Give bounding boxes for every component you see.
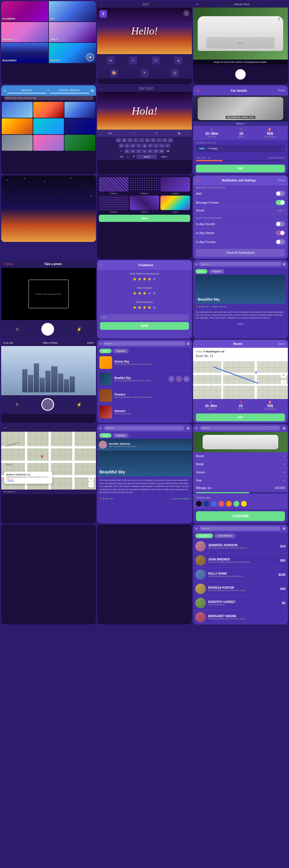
- done-button[interactable]: Done: [278, 179, 285, 182]
- back-icon[interactable]: ←: [100, 3, 103, 6]
- rotate-icon[interactable]: ↻: [152, 56, 160, 64]
- color-icon[interactable]: 🎨: [110, 69, 118, 77]
- save-button[interactable]: Save: [99, 215, 190, 222]
- key-l[interactable]: l: [165, 144, 170, 148]
- menu-icon[interactable]: ≡: [195, 262, 197, 266]
- tab-favorites[interactable]: FAVORITES: [214, 533, 236, 538]
- year-select[interactable]: Year ∨: [193, 476, 288, 485]
- in-app-vibrate-toggle[interactable]: [276, 230, 285, 236]
- filter-icon[interactable]: ⊞: [283, 527, 286, 531]
- key-i[interactable]: i: [156, 138, 161, 142]
- color-green[interactable]: [233, 501, 239, 507]
- in-app-preview-toggle[interactable]: [276, 239, 285, 245]
- key-d[interactable]: d: [130, 144, 136, 148]
- pattern-item-1[interactable]: Patterns: [99, 177, 129, 194]
- alert-toggle[interactable]: [276, 191, 285, 196]
- key-s[interactable]: s: [124, 144, 130, 148]
- chevron-right-icon[interactable]: ›: [282, 147, 283, 150]
- star-5[interactable]: ★: [152, 305, 156, 310]
- photo-cell-flowers[interactable]: FLOWERS: [1, 1, 48, 22]
- tab-popular[interactable]: Popular: [209, 269, 224, 274]
- done-button[interactable]: Done: [278, 342, 285, 345]
- more-button[interactable]: More: [193, 321, 288, 327]
- pattern-item-4[interactable]: Patterns: [99, 195, 129, 213]
- message-preview-toggle[interactable]: [276, 200, 285, 205]
- star-1[interactable]: ★: [133, 305, 137, 310]
- color-yellow[interactable]: [241, 501, 247, 507]
- key-return[interactable]: return: [157, 155, 171, 159]
- color-orange[interactable]: [226, 501, 232, 507]
- key-c[interactable]: c: [136, 149, 141, 153]
- sticker-icon[interactable]: ◈: [174, 56, 182, 64]
- key-j[interactable]: j: [153, 144, 159, 148]
- zoom-in-button[interactable]: +: [88, 476, 94, 482]
- send-button[interactable]: SEND: [100, 322, 189, 330]
- key-e[interactable]: e: [128, 138, 133, 142]
- pattern-item-5[interactable]: Patterns: [130, 195, 159, 213]
- key-w[interactable]: w: [122, 138, 127, 142]
- star-1[interactable]: ★: [133, 290, 137, 296]
- star-2[interactable]: ★: [138, 305, 142, 310]
- add-photo-button[interactable]: +: [86, 53, 94, 61]
- star-5[interactable]: ★: [152, 276, 156, 282]
- star-3[interactable]: ★: [142, 290, 147, 296]
- key-numbers[interactable]: 123: [118, 155, 124, 159]
- filter-icon[interactable]: ⊕: [107, 56, 115, 64]
- color-black[interactable]: [196, 501, 202, 507]
- filter-icon[interactable]: ⊞: [187, 342, 190, 346]
- feedback-note[interactable]: Note: [100, 314, 189, 320]
- photo-cell-girls[interactable]: GIRLS: [49, 22, 96, 42]
- menu-icon[interactable]: ≡: [3, 89, 5, 93]
- key-x[interactable]: x: [130, 149, 136, 153]
- key-f[interactable]: f: [136, 144, 141, 148]
- star-1[interactable]: ★: [133, 276, 137, 282]
- lib-photo-3[interactable]: [65, 102, 95, 118]
- lib-photo-9[interactable]: [65, 135, 95, 151]
- rotate-camera-icon[interactable]: ↻: [15, 327, 19, 332]
- news-search[interactable]: Search...: [198, 262, 282, 266]
- close-button[interactable]: ×: [183, 10, 190, 17]
- cancel-button[interactable]: Cancel: [4, 262, 13, 266]
- city-shutter-button[interactable]: [41, 398, 54, 411]
- key-g[interactable]: g: [142, 144, 147, 148]
- key-h[interactable]: h: [148, 144, 153, 148]
- mileage-slider[interactable]: [196, 492, 285, 493]
- map-popup[interactable]: MARK'S SERVICE CO. 5645 Kandenpulah Ave.…: [4, 472, 52, 484]
- lib-photo-6[interactable]: [65, 118, 95, 134]
- color-darkblue[interactable]: [204, 501, 209, 507]
- capture-button[interactable]: [235, 69, 246, 80]
- heart-icon[interactable]: ♡: [131, 131, 136, 136]
- align-icon[interactable]: ≡: [155, 131, 159, 136]
- grid-icon[interactable]: ⊞: [171, 69, 179, 77]
- text-tool-icon[interactable]: T: [99, 10, 107, 18]
- close-icon[interactable]: ✕: [196, 178, 200, 183]
- menu-icon[interactable]: ≡: [195, 426, 197, 430]
- lib-photo-8[interactable]: [33, 135, 64, 151]
- photo-cell-ocean[interactable]: OCEAN +: [49, 43, 96, 63]
- star-4[interactable]: ★: [147, 305, 151, 310]
- tab-new[interactable]: New: [99, 433, 112, 438]
- share-button[interactable]: ⇧: [168, 376, 175, 382]
- go-button[interactable]: GO!: [196, 413, 285, 421]
- tab-module[interactable]: MODULE: [7, 88, 46, 93]
- star-5[interactable]: ★: [152, 290, 156, 296]
- key-a[interactable]: a: [119, 144, 124, 148]
- star-2[interactable]: ★: [138, 290, 142, 296]
- key-u[interactable]: u: [151, 138, 156, 142]
- flash-icon[interactable]: ⚡: [76, 327, 82, 332]
- key-emoji[interactable]: ☺: [125, 155, 130, 159]
- key-o[interactable]: o: [162, 138, 167, 142]
- tab-photo-library[interactable]: PHOTO LIBRARY: [50, 88, 89, 93]
- news-list-search[interactable]: Search...: [103, 341, 185, 346]
- tab-nearby[interactable]: NEARBY: [195, 533, 213, 538]
- key-mic[interactable]: 🎤: [131, 155, 136, 159]
- map-location-pin[interactable]: 📍: [39, 455, 45, 460]
- key-k[interactable]: k: [159, 144, 165, 148]
- menu-icon[interactable]: ≡: [195, 527, 197, 531]
- payment-row[interactable]: VISA ****8065 ›: [196, 145, 285, 152]
- star-2[interactable]: ★: [138, 276, 142, 282]
- sparkle-icon[interactable]: ✦: [140, 69, 149, 77]
- lib-photo-4[interactable]: [2, 118, 33, 134]
- article-search[interactable]: Search...: [104, 426, 184, 430]
- filter-icon[interactable]: ⊞: [187, 426, 190, 430]
